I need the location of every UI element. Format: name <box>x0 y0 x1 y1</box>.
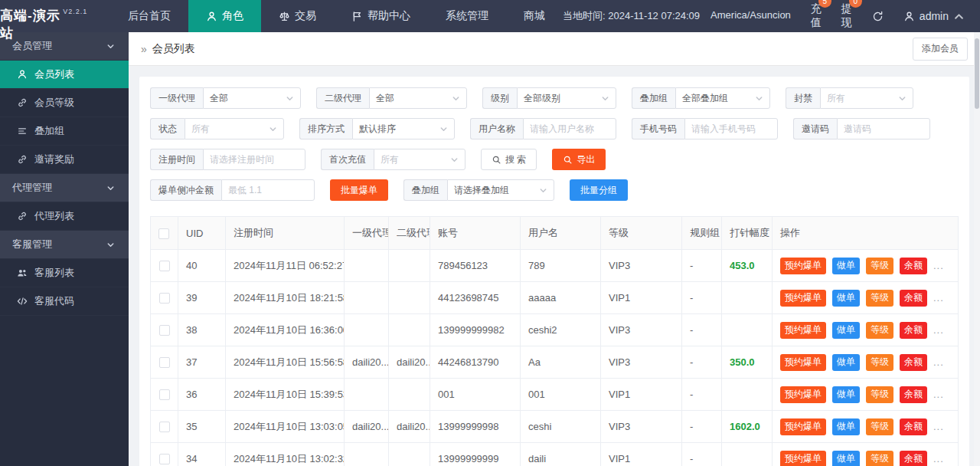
reserve-blast-button[interactable]: 预约爆单 <box>780 418 826 435</box>
cell-agent1: daili20... <box>345 346 389 379</box>
row-checkbox[interactable] <box>159 325 170 336</box>
cell-injection-range <box>722 314 773 346</box>
select-all-checkbox[interactable] <box>158 228 169 239</box>
balance-button[interactable]: 余额 <box>900 290 927 307</box>
level-button[interactable]: 等级 <box>866 354 893 371</box>
sidebar-group-service-management[interactable]: 客服管理 <box>0 231 129 259</box>
nav-item-role[interactable]: 角色 <box>188 0 261 32</box>
reserve-blast-button[interactable]: 预约爆单 <box>780 451 826 466</box>
make-order-button[interactable]: 做单 <box>832 354 860 371</box>
more-actions[interactable]: ... <box>933 323 944 335</box>
sidebar-group-agent-management[interactable]: 代理管理 <box>0 174 129 202</box>
filter-reg-time-input[interactable] <box>203 149 305 170</box>
export-search-icon <box>563 155 573 165</box>
nav-item-help[interactable]: 帮助中心 <box>334 0 428 32</box>
make-order-button[interactable]: 做单 <box>832 418 860 435</box>
filter-blast-amount-input[interactable] <box>221 179 315 201</box>
balance-button[interactable]: 余额 <box>900 258 927 274</box>
level-button[interactable]: 等级 <box>866 418 893 435</box>
nav-item-mall[interactable]: 商城 <box>506 0 563 32</box>
more-actions[interactable]: ... <box>933 356 944 367</box>
nav-item-home[interactable]: 后台首页 <box>110 0 188 32</box>
reserve-blast-button[interactable]: 预约爆单 <box>780 354 826 371</box>
nav-item-trade[interactable]: 交易 <box>261 0 334 32</box>
more-actions[interactable]: ... <box>933 388 944 399</box>
cell-uid: 34 <box>178 443 226 466</box>
make-order-button[interactable]: 做单 <box>832 386 860 403</box>
batch-blast-button[interactable]: 批量爆单 <box>330 179 388 201</box>
search-button[interactable]: 搜 索 <box>481 149 537 170</box>
row-checkbox[interactable] <box>159 261 170 271</box>
filter-agent2-select[interactable]: 全部 <box>369 87 467 109</box>
sidebar-item-service-code[interactable]: 客服代码 <box>0 287 129 316</box>
nav-item-system[interactable]: 系统管理 <box>428 0 506 32</box>
level-button[interactable]: 等级 <box>866 322 893 339</box>
cell-account: 44123698745 <box>430 282 521 314</box>
reserve-blast-button[interactable]: 预约爆单 <box>780 322 826 339</box>
row-checkbox[interactable] <box>159 293 170 304</box>
reserve-blast-button[interactable]: 预约爆单 <box>780 386 826 403</box>
add-member-button[interactable]: 添加会员 <box>913 38 968 61</box>
cell-agent1: daili20... <box>345 411 389 443</box>
sidebar-item-member-list[interactable]: 会员列表 <box>0 61 129 89</box>
balance-button[interactable]: 余额 <box>900 322 927 339</box>
filter-batch-stack-group-select[interactable]: 请选择叠加组 <box>447 179 554 201</box>
row-checkbox[interactable] <box>159 422 170 432</box>
filter-username-input[interactable] <box>523 118 616 139</box>
withdraw-button[interactable]: 提现 0 <box>841 2 852 30</box>
export-button[interactable]: 导出 <box>552 149 606 170</box>
filter-agent1-select[interactable]: 全部 <box>203 87 301 109</box>
sidebar-item-agent-list[interactable]: 代理列表 <box>0 202 129 231</box>
cell-actions: 预约爆单做单等级余额... <box>773 346 959 379</box>
reserve-blast-button[interactable]: 预约爆单 <box>780 290 826 307</box>
balance-button[interactable]: 余额 <box>900 386 927 403</box>
filter-stack-group-select[interactable]: 全部叠加组 <box>675 87 770 109</box>
sidebar-item-member-level[interactable]: 会员等级 <box>0 89 129 117</box>
make-order-button[interactable]: 做单 <box>832 290 860 307</box>
row-checkbox[interactable] <box>159 389 170 400</box>
sidebar-item-service-list[interactable]: 客服列表 <box>0 259 129 287</box>
filter-sort: 排序方式 默认排序 <box>299 118 455 139</box>
row-checkbox[interactable] <box>159 454 170 464</box>
balance-button[interactable]: 余额 <box>900 451 927 466</box>
row-checkbox[interactable] <box>159 357 170 368</box>
level-button[interactable]: 等级 <box>866 290 893 307</box>
sidebar-item-stack-group[interactable]: 叠加组 <box>0 117 129 146</box>
filter-status-select[interactable]: 所有 <box>185 118 284 139</box>
more-actions[interactable]: ... <box>933 259 944 271</box>
level-button[interactable]: 等级 <box>866 258 893 274</box>
make-order-button[interactable]: 做单 <box>832 322 860 339</box>
balance-button[interactable]: 余额 <box>900 418 927 435</box>
sidebar-toggle-button[interactable] <box>87 0 110 32</box>
filter-first-recharge-select[interactable]: 所有 <box>374 149 466 170</box>
cell-injection-range <box>722 379 773 411</box>
filter-ban: 封禁 所有 <box>786 87 913 109</box>
cell-username: 789 <box>521 250 601 282</box>
balance-button[interactable]: 余额 <box>900 354 927 371</box>
table-header-row: UID 注册时间 一级代理 二级代理 账号 用户名 等级 规则组 打针幅度 操作 <box>151 217 959 250</box>
make-order-button[interactable]: 做单 <box>832 258 860 274</box>
more-actions[interactable]: ... <box>933 291 944 303</box>
filter-ban-select[interactable]: 所有 <box>820 87 913 109</box>
filter-sort-select[interactable]: 默认排序 <box>352 118 455 139</box>
user-menu[interactable]: admin <box>903 10 965 22</box>
more-actions[interactable]: ... <box>933 452 944 464</box>
filter-invite-code-input[interactable] <box>837 118 930 139</box>
person-icon <box>206 11 217 22</box>
vertical-scrollbar[interactable] <box>974 32 980 466</box>
level-button[interactable]: 等级 <box>866 386 893 403</box>
refresh-icon[interactable] <box>872 11 884 22</box>
level-button[interactable]: 等级 <box>866 451 893 466</box>
filter-phone-input[interactable] <box>684 118 778 139</box>
chevron-up-icon <box>953 11 965 22</box>
make-order-button[interactable]: 做单 <box>832 451 860 466</box>
recharge-button[interactable]: 充值 5 <box>811 2 822 30</box>
scrollbar-thumb[interactable] <box>975 38 979 109</box>
filter-level-select[interactable]: 全部级别 <box>517 87 616 109</box>
reserve-blast-button[interactable]: 预约爆单 <box>780 258 826 274</box>
sidebar-item-invite-reward[interactable]: 邀请奖励 <box>0 146 129 174</box>
breadcrumb: » 会员列表 <box>141 42 195 56</box>
cell-rule-group: - <box>682 346 722 379</box>
more-actions[interactable]: ... <box>933 420 944 432</box>
batch-group-button[interactable]: 批量分组 <box>570 179 628 201</box>
